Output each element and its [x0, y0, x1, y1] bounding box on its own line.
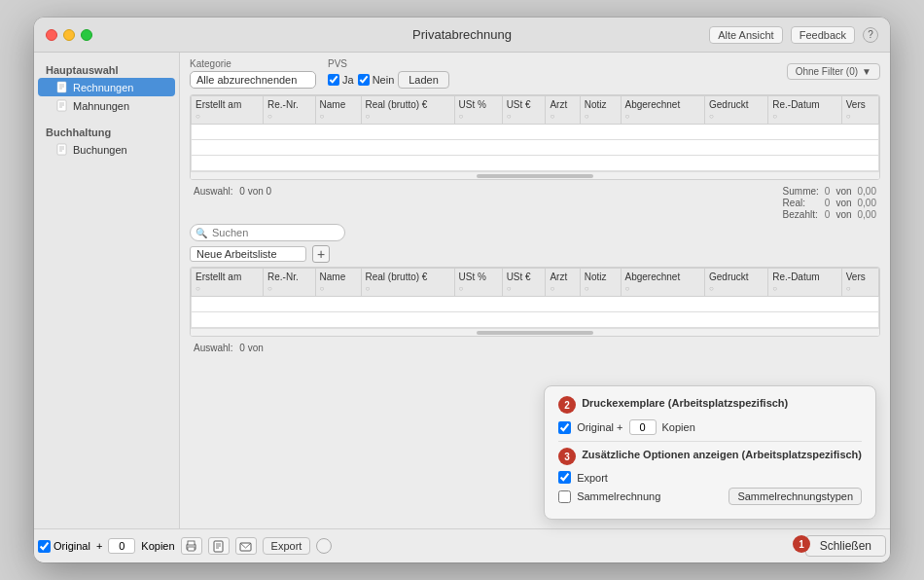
- lower-auswahl-text: Auswahl:: [194, 343, 233, 353]
- lcol-arzt: Arzt○: [546, 269, 580, 297]
- document-icon: [212, 540, 225, 553]
- table-row: [192, 140, 879, 156]
- svg-rect-15: [214, 541, 223, 552]
- real-count: 0: [825, 198, 831, 208]
- lcol-re-datum: Re.-Datum○: [768, 269, 842, 297]
- popover-export-label: Export: [577, 472, 608, 484]
- bezahlt-val: 0,00: [858, 209, 876, 220]
- schliessen-button[interactable]: Schließen: [805, 535, 886, 557]
- popover-export-checkbox[interactable]: [558, 471, 571, 484]
- col-radio-4: ○: [366, 112, 371, 121]
- lcol-radio-1: ○: [195, 284, 200, 293]
- sidebar-item-buchungen[interactable]: Buchungen: [34, 140, 179, 159]
- alte-ansicht-button[interactable]: Alte Ansicht: [709, 26, 782, 44]
- kategorie-control: Kategorie Alle abzurechnenden: [190, 58, 316, 89]
- lower-table-header-row: Erstellt am○ Re.-Nr.○ Name○ Real (brutto…: [192, 269, 879, 297]
- pvs-nein-checkbox[interactable]: [358, 74, 370, 86]
- sidebar-item-mahnungen[interactable]: Mahnungen: [34, 96, 179, 115]
- lcol-radio-2: ○: [267, 284, 272, 293]
- search-icon: 🔍: [195, 228, 207, 238]
- upper-scroll-indicator: [191, 171, 879, 179]
- popover-zusaetzliche-header: 3 Zusätzliche Optionen anzeigen (Arbeits…: [558, 448, 862, 465]
- pvs-ja-label: Ja: [342, 74, 354, 86]
- lower-auswahl-label: Auswahl: 0 von: [194, 343, 264, 353]
- svg-rect-14: [188, 541, 195, 545]
- popover-original-checkbox[interactable]: [558, 421, 571, 434]
- real-label: Real:: [783, 198, 819, 208]
- col-real-brutto: Real (brutto) €○: [361, 96, 454, 125]
- lcol-radio-10: ○: [709, 284, 714, 293]
- rechnungen-label: Rechnungen: [73, 82, 133, 93]
- buchhaltung-section: Buchhaltung: [34, 123, 179, 140]
- sidebar-item-rechnungen[interactable]: Rechnungen: [38, 78, 175, 96]
- worklist-header: Neue Arbeitsliste +: [190, 245, 880, 263]
- col-radio-1: ○: [195, 112, 200, 121]
- summary-area: Auswahl: 0 von 0 Summe: 0 von 0,00 Real:…: [190, 184, 880, 224]
- lower-scroll-indicator: [191, 328, 879, 336]
- add-worklist-button[interactable]: +: [312, 245, 330, 263]
- pvs-ja-checkbox[interactable]: [328, 74, 339, 86]
- lower-scroll-bar[interactable]: [477, 331, 593, 335]
- sammelrechnungstypen-button[interactable]: Sammelrechnungstypen: [729, 488, 862, 505]
- worklist-name-input[interactable]: [190, 246, 306, 262]
- export-button[interactable]: Export: [263, 537, 311, 555]
- original-checkbox[interactable]: [38, 540, 51, 553]
- col-radio-3: ○: [320, 112, 325, 121]
- summary-table: Summe: 0 von 0,00 Real: 0 von 0,00 Bezah…: [783, 186, 876, 220]
- lcol-notiz: Notiz○: [580, 269, 621, 297]
- print-button[interactable]: [181, 537, 202, 555]
- window-title: Privatabrechnung: [412, 27, 512, 42]
- popover-sammelrechnung-checkbox[interactable]: [558, 490, 571, 503]
- popover-kopien-input[interactable]: [629, 419, 657, 435]
- minimize-traffic-light[interactable]: [63, 29, 75, 41]
- document-button[interactable]: [208, 537, 230, 555]
- pvs-label: PVS: [328, 58, 449, 69]
- upper-table-section: Erstellt am○ Re.-Nr.○ Name○ Real (brutto…: [190, 94, 880, 180]
- zusaetzliche-title: Zusätzliche Optionen anzeigen (Arbeitspl…: [582, 449, 862, 460]
- kopien-count-input[interactable]: [108, 538, 135, 554]
- col-arzt: Arzt○: [546, 96, 580, 125]
- feedback-button[interactable]: Feedback: [791, 26, 855, 44]
- col-radio-10: ○: [709, 112, 714, 121]
- maximize-traffic-light[interactable]: [81, 29, 92, 41]
- search-input[interactable]: [190, 224, 345, 241]
- pvs-checkboxes: Ja Nein Laden: [328, 71, 449, 89]
- druckexemplare-title: Druckexemplare (Arbeitsplatzspezifisch): [582, 397, 788, 409]
- summe-label: Summe:: [783, 186, 819, 197]
- kategorie-select[interactable]: Alle abzurechnenden: [190, 71, 316, 89]
- popover-kopien-label: Kopien: [662, 421, 695, 433]
- col-radio-9: ○: [625, 112, 630, 121]
- summe-val: 0,00: [858, 186, 876, 197]
- pvs-ja-group: Ja: [328, 74, 354, 86]
- col-radio-5: ○: [459, 112, 464, 121]
- col-radio-2: ○: [267, 112, 272, 121]
- bottom-circle-button[interactable]: [316, 538, 332, 554]
- laden-button[interactable]: Laden: [398, 71, 449, 89]
- col-ust-pct: USt %○: [454, 96, 502, 125]
- summe-count: 0: [825, 186, 831, 197]
- help-button[interactable]: ?: [863, 27, 878, 43]
- close-traffic-light[interactable]: [46, 29, 57, 41]
- col-re-nr: Re.-Nr.○: [264, 96, 316, 125]
- top-controls: Kategorie Alle abzurechnenden PVS Ja: [190, 58, 880, 89]
- popover-original-row: Original + Kopien: [558, 419, 862, 435]
- mahnungen-label: Mahnungen: [73, 100, 129, 112]
- bottom-bar: Original + Kopien Export: [34, 528, 890, 562]
- popover-sammelrechnung-label: Sammelrechnung: [577, 490, 660, 502]
- email-button[interactable]: [235, 537, 257, 555]
- lcol-vers: Vers○: [841, 269, 878, 297]
- popover-divider: [558, 441, 862, 442]
- svg-rect-8: [57, 144, 66, 155]
- popover-original-label: Original +: [577, 421, 622, 433]
- upper-scroll-bar[interactable]: [477, 174, 593, 178]
- upper-table-body: [192, 125, 879, 171]
- lcol-radio-5: ○: [459, 284, 464, 293]
- badge-1: 1: [793, 535, 810, 553]
- ohne-filter-button[interactable]: Ohne Filter (0) ▼: [787, 63, 880, 80]
- lower-table-body: [192, 297, 879, 328]
- col-erstellt-am: Erstellt am○: [192, 96, 264, 125]
- lcol-erstellt-am: Erstellt am○: [192, 269, 264, 297]
- search-bar: 🔍: [190, 224, 880, 241]
- table-row: [192, 125, 879, 140]
- bezahlt-label: Bezahlt:: [783, 209, 819, 220]
